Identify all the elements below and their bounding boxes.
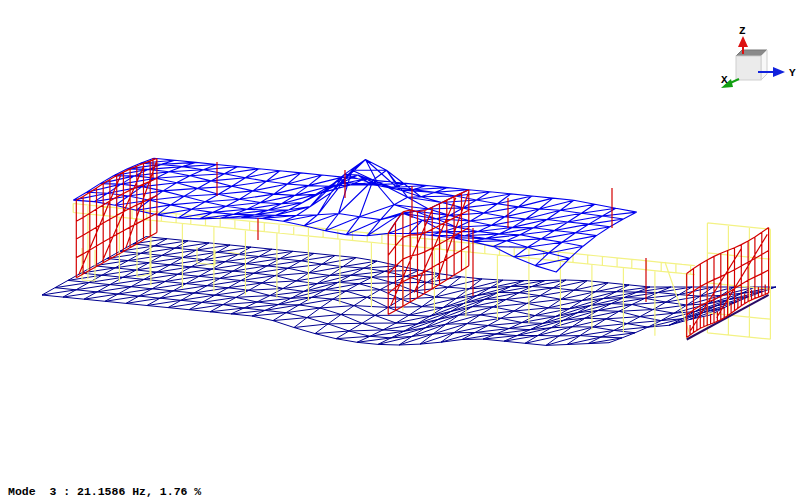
view-cube-front: [736, 56, 761, 80]
mesh-lines-floor: [42, 237, 776, 346]
y-axis-arrowhead: [773, 67, 785, 77]
view-cube-side: [761, 50, 767, 80]
mode-status-text: Mode 3 : 21.1586 Hz, 1.76 %: [8, 485, 201, 498]
mode-shape-mesh: [0, 0, 808, 500]
axis-label-y: Y: [789, 67, 796, 79]
application-window: Z Y X Mode 3 : 21.1586 Hz, 1.76 %: [0, 0, 808, 500]
status-bar: Mode 3 : 21.1586 Hz, 1.76 %: [8, 482, 201, 498]
model-viewport[interactable]: [0, 0, 808, 500]
z-axis-arrowhead: [738, 36, 748, 47]
axis-label-z: Z: [739, 25, 746, 37]
orientation-triad: Z Y X: [690, 10, 808, 110]
axis-label-x: X: [721, 74, 728, 86]
